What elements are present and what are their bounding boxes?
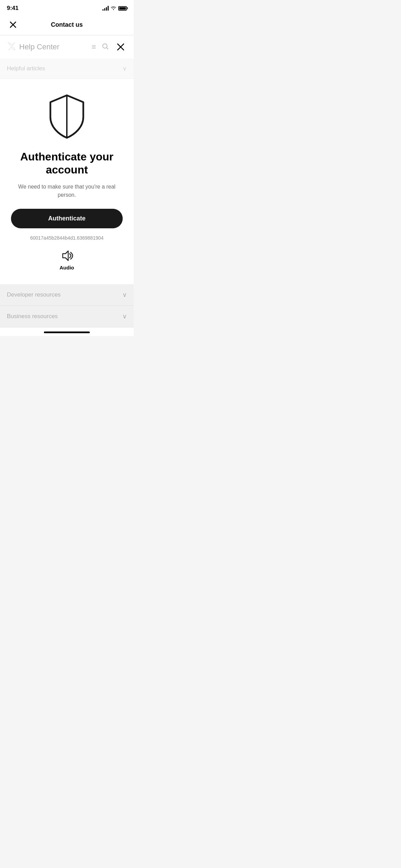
modal-subtitle: We need to make sure that you're a real … <box>11 183 123 199</box>
helpful-articles-row[interactable]: Helpful articles ∨ <box>0 59 134 79</box>
status-time: 9:41 <box>7 5 19 12</box>
resources-section: Developer resources ∨ Business resources… <box>0 284 134 327</box>
status-icons <box>102 6 127 11</box>
developer-resources-label: Developer resources <box>7 291 61 298</box>
background-content: Help Center ≡ Helpful articles ∨ <box>0 35 134 327</box>
modal-card: Authenticate your account We need to mak… <box>0 79 134 284</box>
home-indicator <box>0 327 134 336</box>
modal-title: Authenticate your account <box>15 150 118 177</box>
business-resources-chevron-icon: ∨ <box>122 313 127 320</box>
hamburger-icon: ≡ <box>92 43 96 51</box>
help-center-close-button[interactable] <box>114 41 127 53</box>
home-bar <box>44 331 90 333</box>
help-center-left: Help Center <box>7 41 59 52</box>
business-resources-label: Business resources <box>7 313 58 320</box>
authenticate-button[interactable]: Authenticate <box>11 209 123 228</box>
help-center-label: Help Center <box>19 43 59 51</box>
help-center-right: ≡ <box>92 41 127 53</box>
nav-bar: Contact us <box>0 14 134 35</box>
help-center-bar: Help Center ≡ <box>0 35 134 59</box>
developer-resources-row[interactable]: Developer resources ∨ <box>0 284 134 306</box>
helpful-articles-label: Helpful articles <box>7 65 45 72</box>
signal-bars-icon <box>102 6 109 11</box>
audio-section[interactable]: Audio <box>60 249 74 270</box>
battery-icon <box>118 6 127 11</box>
developer-resources-chevron-icon: ∨ <box>122 291 127 299</box>
audio-icon <box>60 249 74 263</box>
nav-close-button[interactable] <box>7 19 19 31</box>
shield-icon <box>46 93 87 141</box>
status-bar: 9:41 <box>0 0 134 14</box>
search-icon <box>101 43 109 52</box>
wifi-icon <box>111 6 116 10</box>
x-logo-icon <box>7 41 16 52</box>
token-text: 60017a45b2844b4d1.6369881904 <box>30 235 104 241</box>
nav-title: Contact us <box>51 21 83 28</box>
svg-line-3 <box>107 48 108 49</box>
audio-label: Audio <box>60 265 74 270</box>
business-resources-row[interactable]: Business resources ∨ <box>0 306 134 327</box>
helpful-articles-chevron-icon: ∨ <box>122 65 127 72</box>
